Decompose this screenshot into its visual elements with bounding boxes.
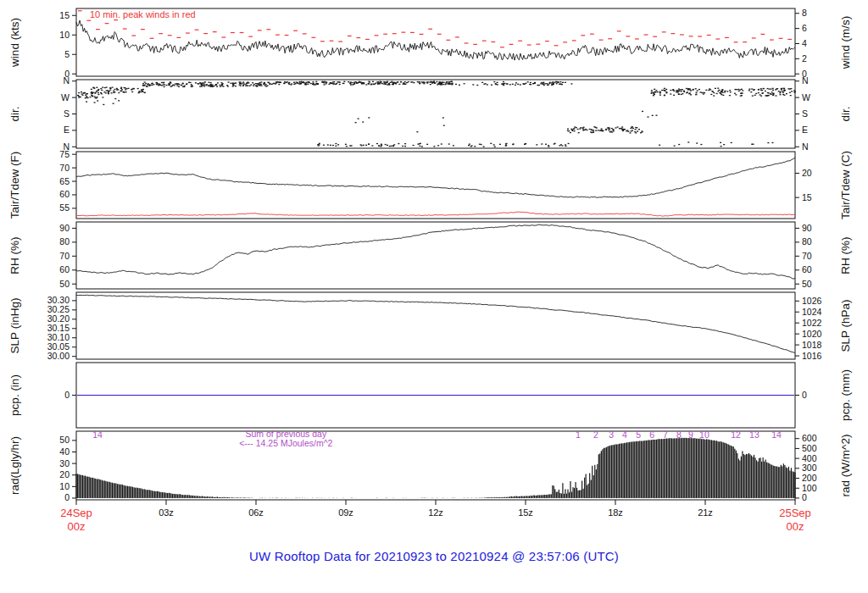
direction-dot <box>678 144 680 145</box>
radiation-bar <box>507 497 508 498</box>
radiation-bar <box>209 497 210 499</box>
right-axis-title: Tair/Tdew (C) <box>839 151 852 219</box>
direction-dot <box>92 92 94 93</box>
radiation-bar <box>612 445 613 498</box>
annotation-radiation: 10 <box>699 430 709 440</box>
direction-dot <box>567 130 569 131</box>
direction-dot <box>376 143 378 144</box>
radiation-bar <box>212 496 213 498</box>
radiation-bar <box>711 440 712 498</box>
direction-dot <box>77 95 79 96</box>
direction-dot <box>689 89 691 90</box>
direction-dot <box>767 142 769 143</box>
radiation-bar <box>544 495 545 498</box>
direction-dot <box>403 84 404 85</box>
direction-dot <box>769 89 771 90</box>
radiation-bar <box>741 457 742 498</box>
radiation-bar <box>87 477 88 498</box>
radiation-bar <box>619 444 620 498</box>
left-tick-label: 20 <box>59 469 70 479</box>
direction-dot <box>245 84 247 85</box>
direction-dot <box>332 145 334 146</box>
direction-dot <box>97 97 98 97</box>
direction-dot <box>380 81 381 82</box>
radiation-bar <box>617 444 618 498</box>
radiation-bar <box>104 480 105 498</box>
direction-dot <box>137 88 139 89</box>
direction-dot <box>780 91 782 92</box>
radiation-bar <box>739 461 740 498</box>
x-tick-label: 03z <box>159 507 174 518</box>
right-tick-label: 2 <box>802 53 807 64</box>
radiation-bar <box>574 488 575 498</box>
direction-dot <box>580 127 581 128</box>
direction-dot <box>542 84 544 85</box>
direction-dot <box>111 92 113 93</box>
radiation-bar <box>715 441 716 498</box>
radiation-bar <box>596 469 597 498</box>
direction-dot <box>609 131 611 132</box>
direction-dot <box>720 142 721 143</box>
direction-dot <box>355 122 357 123</box>
radiation-bar <box>559 493 560 498</box>
radiation-bar <box>181 495 182 498</box>
radiation-bar <box>195 496 196 498</box>
radiation-bar <box>99 479 100 498</box>
direction-dot <box>433 146 435 147</box>
direction-dot <box>327 144 329 145</box>
direction-dot <box>100 92 102 93</box>
radiation-bar <box>530 496 531 498</box>
radiation-bar <box>701 439 702 498</box>
radiation-bar <box>539 496 540 498</box>
direction-dot <box>520 84 521 85</box>
direction-dot <box>464 83 465 84</box>
direction-dot <box>505 146 507 147</box>
radiation-bar <box>224 497 225 498</box>
radiation-bar <box>616 445 617 499</box>
left-tick-label: S <box>64 108 70 119</box>
radiation-bar <box>519 496 520 498</box>
direction-dot <box>659 145 660 146</box>
radiation-bar <box>494 497 495 498</box>
direction-dot <box>234 83 236 84</box>
direction-dot <box>548 145 549 146</box>
direction-dot <box>157 83 159 84</box>
direction-dot <box>124 87 125 88</box>
direction-dot <box>710 94 712 95</box>
direction-dot <box>120 91 122 91</box>
direction-dot <box>175 83 176 84</box>
direction-dot <box>763 88 765 89</box>
radiation-bar <box>492 497 492 498</box>
direction-dot <box>142 85 144 86</box>
direction-dot <box>657 91 659 92</box>
x-tick-label: 06z <box>248 507 264 518</box>
direction-dot <box>198 83 199 84</box>
direction-dot <box>748 90 750 91</box>
direction-dot <box>365 145 367 146</box>
radiation-bar <box>787 468 787 498</box>
radiation-bar <box>721 442 722 498</box>
direction-dot <box>333 83 335 84</box>
direction-dot <box>139 91 141 91</box>
direction-dot <box>118 100 120 101</box>
right-tick-label: E <box>802 125 808 135</box>
direction-dot <box>659 95 661 96</box>
radiation-bar <box>571 492 572 498</box>
radiation-bar <box>742 452 743 498</box>
right-tick-label: 70 <box>802 251 812 261</box>
radiation-bar <box>791 468 792 498</box>
radiation-bar <box>231 497 232 498</box>
radiation-bar <box>199 496 200 498</box>
direction-dot <box>421 146 423 147</box>
radiation-bar <box>504 497 505 498</box>
right-tick-label: 1026 <box>802 296 822 306</box>
direction-dot <box>768 92 770 93</box>
radiation-bar <box>606 447 607 498</box>
right-tick-label: 8 <box>802 8 807 18</box>
direction-dot <box>84 92 86 93</box>
direction-dot <box>446 81 448 82</box>
direction-dot <box>304 84 306 85</box>
direction-dot <box>161 85 163 86</box>
radiation-bar <box>788 467 789 498</box>
direction-dot <box>448 143 450 144</box>
